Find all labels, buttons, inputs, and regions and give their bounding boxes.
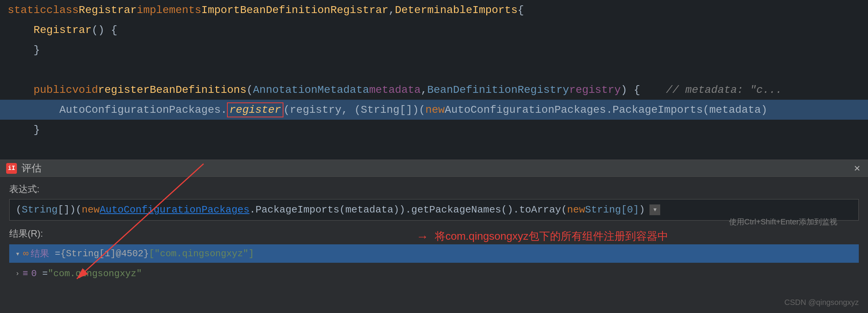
annotation-container: → 将com.qingsongxyz包下的所有组件注册到容器中: [416, 229, 668, 244]
result-row-sub[interactable]: › ≡ 0 = "com.qingsongxyz": [9, 264, 859, 283]
code-line-6: AutoConfigurationPackages. register (reg…: [0, 100, 868, 120]
eval-hint: 使用Ctrl+Shift+Enter添加到监视: [729, 217, 837, 227]
list-icon: ≡: [23, 269, 28, 279]
comma-2: ,: [421, 84, 427, 96]
keyword-new: new: [425, 104, 444, 116]
infinity-icon: ∞: [23, 249, 28, 259]
interface-1: ImportBeanDefinitionRegistrar: [201, 4, 388, 16]
expression-zero: [0]: [621, 204, 639, 216]
expression-classname-rest: .PackageImports(metadata)).getPackageNam…: [250, 204, 567, 216]
code-line-3: }: [0, 40, 868, 60]
equals-sign-2: =: [37, 269, 48, 279]
registry-call: (registry, (Str: [283, 104, 380, 116]
brace-open-1: {: [517, 4, 524, 16]
result-ref: {String[1]@4502}: [60, 249, 149, 259]
constructor-paren: () {: [91, 24, 117, 36]
indent-3: [8, 44, 33, 56]
eval-icon-text: iI: [8, 165, 15, 172]
param-type-2: BeanDefinitionRegistry: [427, 84, 569, 96]
result-row-main[interactable]: ▾ ∞ 结果 = {String[1]@4502} ["com.qingsong…: [9, 244, 859, 263]
param-type-1: AnnotationMetadata: [253, 84, 369, 96]
annotation-text: 将com.qingsongxyz包下的所有组件注册到容器中: [435, 229, 668, 244]
eval-header: iI 评估 ×: [0, 160, 868, 177]
expression-new2: new: [567, 204, 585, 216]
result-index: 0: [31, 269, 36, 279]
result-var-name: 结果: [31, 247, 49, 260]
paren-close: ) {: [621, 84, 640, 96]
package-imports-call: AutoConfigurationPackages.PackageImports…: [445, 104, 767, 116]
comma-1: ,: [388, 4, 395, 16]
interface-2: DeterminableImports: [395, 4, 517, 16]
array-bracket: [])(: [399, 104, 425, 116]
expression-label: 表达式:: [9, 183, 859, 195]
keyword-public: public: [33, 84, 72, 96]
inline-comment: // metadata: "c...: [640, 84, 782, 96]
method-name: registerBeanDefinitions: [98, 84, 246, 96]
expression-array: [])(: [58, 204, 81, 216]
annotation-arrow-symbol: →: [416, 229, 429, 244]
equals-sign: =: [49, 249, 60, 259]
param-name-1: metadata: [369, 84, 421, 96]
code-line-2: Registrar () {: [0, 20, 868, 40]
expression-string-type: String: [22, 204, 58, 216]
expression-classlink: AutoConfigurationPackages: [99, 204, 249, 216]
brace-close-3: }: [33, 124, 40, 136]
indent-5: [8, 84, 33, 96]
code-line-7: }: [0, 120, 868, 140]
expression-new: new: [82, 204, 100, 216]
code-line-4: [0, 60, 868, 80]
register-method-highlighted: register: [227, 102, 283, 117]
constructor-name: Registrar: [33, 24, 91, 36]
expand-icon: ›: [15, 270, 20, 277]
close-button[interactable]: ×: [854, 163, 860, 175]
param-name-2: registry: [569, 84, 621, 96]
expression-close: ): [639, 204, 645, 216]
dropdown-arrow-icon[interactable]: ▼: [649, 204, 660, 215]
eval-panel: iI 评估 × 表达式: ( String [])( new AutoConfi…: [0, 160, 868, 313]
result-string-value: ["com.qingsongxyz"]: [149, 249, 254, 259]
expression-string2: String: [585, 204, 621, 216]
class-name: Registrar: [79, 4, 137, 16]
eval-body: 表达式: ( String [])( new AutoConfiguration…: [0, 177, 868, 289]
keyword-implements: implements: [137, 4, 201, 16]
code-line-5: public void registerBeanDefinitions ( An…: [0, 80, 868, 100]
result-index-value: "com.qingsongxyz": [48, 269, 142, 279]
indent-2: [8, 24, 33, 36]
eval-title: 评估: [22, 161, 41, 175]
keyword-void: void: [72, 84, 98, 96]
indent-6: [8, 104, 59, 116]
csdn-watermark: CSDN @qingsongxyz: [784, 298, 859, 307]
paren-open: (: [247, 84, 253, 96]
indent-7: [8, 124, 33, 136]
code-line-1: static class Registrar implements Import…: [0, 0, 868, 20]
keyword-static: static: [8, 4, 46, 16]
brace-close-2: }: [33, 44, 40, 56]
code-editor: static class Registrar implements Import…: [0, 0, 868, 160]
autoconfiguration-prefix: AutoConfigurationPackages.: [59, 104, 227, 116]
collapse-icon: ▾: [15, 249, 20, 259]
expression-paren1: (: [16, 204, 22, 216]
eval-icon: iI: [6, 163, 17, 174]
keyword-class: class: [46, 4, 79, 16]
string-type: ing: [380, 104, 399, 116]
expression-dropdown[interactable]: ▼: [648, 204, 660, 215]
